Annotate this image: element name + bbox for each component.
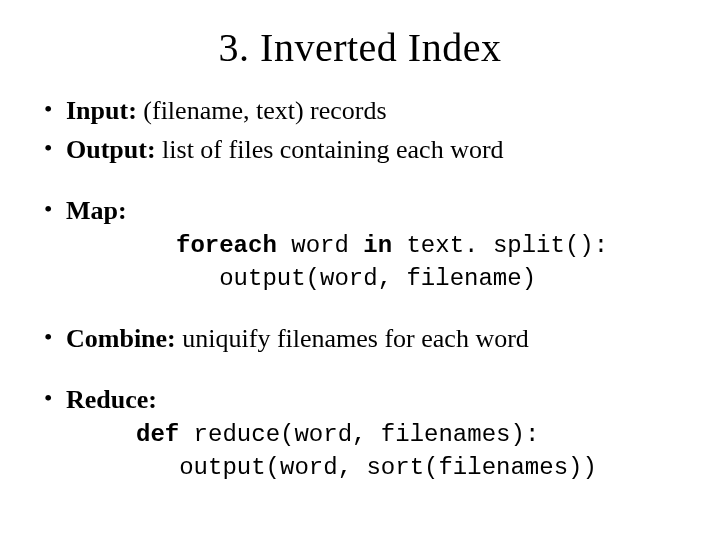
slide-title: 3. Inverted Index <box>40 24 680 71</box>
bullet-list: Input: (filename, text) records Output: … <box>40 93 680 484</box>
bullet-reduce-label: Reduce: <box>66 385 157 414</box>
bullet-output: Output: list of files containing each wo… <box>40 132 680 167</box>
bullet-combine-text: uniquify filenames for each word <box>176 324 529 353</box>
code-reduce: def reduce(word, filenames): output(word… <box>66 419 680 484</box>
bullet-map: Map: foreach word in text. split(): outp… <box>40 193 680 295</box>
code-map-text-1: word <box>277 232 363 259</box>
code-map-kw-in: in <box>363 232 392 259</box>
code-reduce-text-1: reduce(word, filenames): <box>179 421 539 448</box>
bullet-combine-label: Combine: <box>66 324 176 353</box>
code-map-line-2: output(word, filename) <box>176 265 536 292</box>
bullet-output-label: Output: <box>66 135 156 164</box>
code-map: foreach word in text. split(): output(wo… <box>66 230 680 295</box>
slide: 3. Inverted Index Input: (filename, text… <box>0 0 720 540</box>
code-reduce-kw-def: def <box>136 421 179 448</box>
code-map-text-2: text. split(): <box>392 232 608 259</box>
code-map-kw-foreach: foreach <box>176 232 277 259</box>
bullet-reduce: Reduce: def reduce(word, filenames): out… <box>40 382 680 484</box>
code-reduce-line-2: output(word, sort(filenames)) <box>136 454 597 481</box>
bullet-input-label: Input: <box>66 96 137 125</box>
bullet-output-text: list of files containing each word <box>156 135 504 164</box>
bullet-input: Input: (filename, text) records <box>40 93 680 128</box>
bullet-map-label: Map: <box>66 196 127 225</box>
bullet-combine: Combine: uniquify filenames for each wor… <box>40 321 680 356</box>
bullet-input-text: (filename, text) records <box>137 96 387 125</box>
